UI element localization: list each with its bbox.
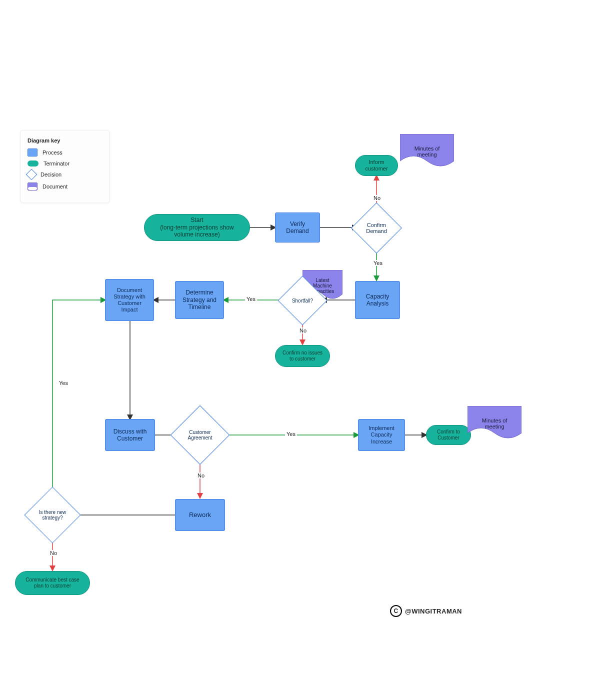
- edge-label-no: No: [372, 195, 382, 201]
- legend-item-document: Document: [28, 182, 102, 190]
- edge-label-yes: Yes: [285, 431, 297, 437]
- edge-label-yes: Yes: [372, 260, 384, 266]
- process-rework: Rework: [175, 499, 225, 531]
- decision-customer-agreement: CustomerAgreement: [179, 414, 221, 456]
- process-implement-capacity: ImplementCapacityIncrease: [358, 419, 405, 451]
- legend-item-terminator: Terminator: [28, 160, 102, 166]
- decision-label: CustomerAgreement: [179, 414, 221, 456]
- process-verify-demand: VerifyDemand: [275, 212, 320, 242]
- process-label: DetermineStrategy andTimeline: [182, 289, 216, 310]
- process-label: Rework: [189, 511, 211, 519]
- terminator-label: Start(long-term projections showvolume i…: [160, 216, 234, 238]
- legend-label: Decision: [40, 172, 62, 178]
- process-document-strategy: DocumentStrategy withCustomerImpact: [105, 279, 154, 321]
- credit-handle: @WINGITRAMAN: [405, 608, 462, 615]
- flowchart-canvas: Diagram key Process Terminator Decision …: [0, 0, 596, 700]
- terminator-inform-customer: Informcustomer: [355, 155, 398, 176]
- terminator-communicate-best-case: Communicate best caseplan to customer: [15, 571, 90, 595]
- terminator-confirm-no-issues: Confirm no issuesto customer: [275, 345, 330, 367]
- decision-icon: [26, 169, 38, 180]
- edge-label-yes: Yes: [58, 380, 70, 386]
- legend-item-decision: Decision: [28, 170, 102, 178]
- process-label: Discuss withCustomer: [114, 428, 147, 442]
- decision-confirm-demand: ConfirmDemand: [358, 210, 394, 246]
- copyright-icon: C: [390, 605, 402, 617]
- terminator-start: Start(long-term projections showvolume i…: [144, 214, 250, 241]
- terminator-label: Informcustomer: [365, 159, 388, 172]
- terminator-label: Confirm no issuesto customer: [282, 350, 322, 362]
- document-label: Minutes ofmeeting: [400, 134, 454, 169]
- process-label: ImplementCapacityIncrease: [368, 425, 394, 445]
- legend-item-process: Process: [28, 148, 102, 156]
- legend-label: Terminator: [44, 160, 70, 166]
- terminator-confirm-to-customer: Confirm toCustomer: [426, 425, 471, 445]
- process-label: CapacityAnalysis: [366, 293, 390, 308]
- legend-label: Document: [42, 184, 68, 190]
- legend-title: Diagram key: [28, 138, 102, 144]
- document-icon: [28, 182, 38, 190]
- credit: C @WINGITRAMAN: [390, 605, 462, 617]
- decision-label: ConfirmDemand: [358, 210, 394, 246]
- process-icon: [28, 148, 38, 156]
- diagram-key: Diagram key Process Terminator Decision …: [20, 130, 110, 203]
- process-determine-strategy: DetermineStrategy andTimeline: [175, 281, 224, 319]
- edge-label-no: No: [48, 550, 58, 556]
- terminator-label: Confirm toCustomer: [437, 429, 460, 441]
- process-label: DocumentStrategy withCustomerImpact: [114, 287, 146, 314]
- edge-label-yes: Yes: [245, 296, 257, 302]
- document-minutes-1: Minutes ofmeeting: [400, 134, 454, 169]
- process-label: VerifyDemand: [286, 220, 308, 235]
- edge-label-no: No: [196, 472, 206, 478]
- process-capacity-analysis: CapacityAnalysis: [355, 281, 400, 319]
- legend-label: Process: [42, 150, 62, 156]
- terminator-icon: [28, 160, 38, 166]
- process-discuss-customer: Discuss withCustomer: [105, 419, 155, 451]
- document-label: Minutes ofmeeting: [468, 406, 522, 441]
- decision-shortfall: Shortfall?: [285, 283, 320, 318]
- copyright-symbol: C: [394, 608, 398, 614]
- document-minutes-2: Minutes ofmeeting: [468, 406, 522, 441]
- decision-label: Is there newstrategy?: [32, 495, 72, 535]
- decision-label: Shortfall?: [285, 283, 320, 318]
- edge-label-no: No: [298, 328, 308, 334]
- terminator-label: Communicate best caseplan to customer: [26, 577, 79, 589]
- decision-new-strategy: Is there newstrategy?: [32, 495, 72, 535]
